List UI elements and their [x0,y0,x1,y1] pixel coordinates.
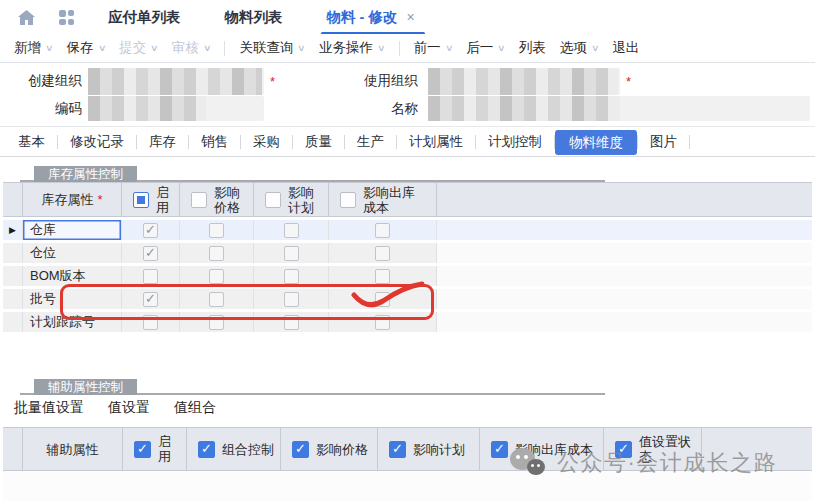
attr-name-cell[interactable]: 批号 [23,289,122,309]
tab-purchase[interactable]: 采购 [241,130,292,154]
enable-cell [122,243,180,263]
enable-all-checkbox[interactable] [133,192,149,208]
tab-change-log[interactable]: 修改记录 [58,130,136,154]
affect-price-checkbox[interactable] [209,269,224,284]
affect-cost-checkbox[interactable] [375,269,390,284]
affect-price-checkbox[interactable] [209,223,224,238]
code-field[interactable] [88,96,264,121]
tab-material-dimension[interactable]: 物料维度 [555,130,637,155]
affect-cost-checkbox[interactable] [491,441,508,458]
options-button[interactable]: 选项∨ [560,39,599,57]
affect-price-checkbox[interactable] [292,441,309,458]
doc-tab-payable-list[interactable]: 应付单列表 [108,8,181,27]
doc-tab-material-edit[interactable]: 物料 - 修改 × [327,8,415,27]
col-header-affect-plan: 影响计划 [254,183,329,216]
batch-value-setting-link[interactable]: 批量值设置 [14,399,84,417]
aux-actions: 批量值设置 值设置 值组合 [14,399,240,417]
attr-name-cell[interactable]: 仓库 [23,220,122,240]
affect-price-all-checkbox[interactable] [191,192,207,208]
home-icon[interactable] [18,10,35,25]
audit-button: 审核∨ [172,39,211,57]
affect-cost-checkbox[interactable] [375,315,390,330]
detail-tab-strip: 基本 修改记录 库存 销售 采购 质量 生产 计划属性 计划控制 物料维度 图片 [0,128,815,157]
doc-tab-material-list[interactable]: 物料列表 [225,8,283,27]
affect-cost-all-checkbox[interactable] [340,192,356,208]
next-button[interactable]: 后一∨ [466,39,505,57]
affect-plan-checkbox[interactable] [284,269,299,284]
use-org-field[interactable] [428,68,620,95]
affect-plan-checkbox[interactable] [284,292,299,307]
enable-checkbox[interactable] [143,315,158,330]
chevron-down-icon[interactable]: ∨ [591,43,600,53]
enable-cell [122,289,180,309]
chevron-down-icon[interactable]: ∨ [297,43,306,53]
col-header-value-set-status: 值设置状态 [604,428,702,470]
value-setting-link[interactable]: 值设置 [108,399,150,417]
chevron-down-icon[interactable]: ∨ [377,43,386,53]
enable-cell [122,266,180,286]
tab-production[interactable]: 生产 [345,130,396,154]
enable-cell [122,312,180,332]
affect-cost-checkbox[interactable] [375,246,390,261]
affect-plan-checkbox[interactable] [389,441,406,458]
price-cell [180,243,254,263]
tab-plan-attrs[interactable]: 计划属性 [397,130,475,154]
new-button[interactable]: 新增∨ [14,39,53,57]
row-filler [437,243,812,263]
chevron-down-icon: ∨ [203,43,212,53]
chevron-down-icon[interactable]: ∨ [45,43,54,53]
enable-checkbox[interactable] [143,223,158,238]
price-cell [180,266,254,286]
enable-checkbox[interactable] [143,269,158,284]
close-tab-icon[interactable]: × [406,9,414,25]
tab-basic[interactable]: 基本 [6,130,57,154]
tab-picture[interactable]: 图片 [638,130,689,154]
col-header-affect-price: 影响价格 [180,183,254,216]
enable-checkbox[interactable] [143,292,158,307]
save-button[interactable]: 保存∨ [67,39,106,57]
business-ops-button[interactable]: 业务操作∨ [319,39,385,57]
value-set-status-checkbox[interactable] [615,441,632,458]
attr-name-cell[interactable]: 仓位 [23,243,122,263]
tab-divider [689,135,690,149]
row-indicator [3,266,23,286]
affect-plan-checkbox[interactable] [284,246,299,261]
affect-price-checkbox[interactable] [209,246,224,261]
col-header-affect-outbound-cost: 影响出库成本 [329,183,437,216]
related-query-button[interactable]: 关联查询∨ [239,39,305,57]
list-button[interactable]: 列表 [519,39,546,57]
chevron-down-icon[interactable]: ∨ [497,43,506,53]
enable-checkbox[interactable] [143,246,158,261]
chevron-down-icon[interactable]: ∨ [445,43,454,53]
exit-button[interactable]: 退出 [612,39,639,57]
name-field[interactable] [428,96,810,121]
affect-plan-checkbox[interactable] [284,223,299,238]
plan-cell [254,243,329,263]
tab-quality[interactable]: 质量 [293,130,344,154]
tab-sales[interactable]: 销售 [189,130,240,154]
chevron-down-icon[interactable]: ∨ [98,43,107,53]
table-row-bom-version: BOM版本 [3,266,812,286]
value-combination-link[interactable]: 值组合 [174,399,216,417]
col-header-combo-control: 组合控制 [187,428,281,470]
combo-control-checkbox[interactable] [198,441,215,458]
use-org-label: 使用组织 [346,72,418,90]
header-filler [437,183,812,216]
tab-plan-control[interactable]: 计划控制 [476,130,554,154]
previous-button[interactable]: 前一∨ [414,39,453,57]
affect-cost-checkbox[interactable] [375,223,390,238]
affect-plan-all-checkbox[interactable] [265,192,281,208]
affect-cost-checkbox[interactable] [375,292,390,307]
tab-inventory[interactable]: 库存 [137,130,188,154]
submit-button: 提交∨ [119,39,158,57]
col-header-aux-attr: 辅助属性 [23,428,123,470]
affect-price-checkbox[interactable] [209,292,224,307]
enable-checkbox[interactable] [134,441,151,458]
create-org-field[interactable] [88,68,264,95]
affect-plan-checkbox[interactable] [284,315,299,330]
attr-name-cell[interactable]: 计划跟踪号 [23,312,122,332]
col-header-enable: 启用 [123,428,187,470]
apps-grid-icon[interactable] [59,10,74,25]
affect-price-checkbox[interactable] [209,315,224,330]
attr-name-cell[interactable]: BOM版本 [23,266,122,286]
